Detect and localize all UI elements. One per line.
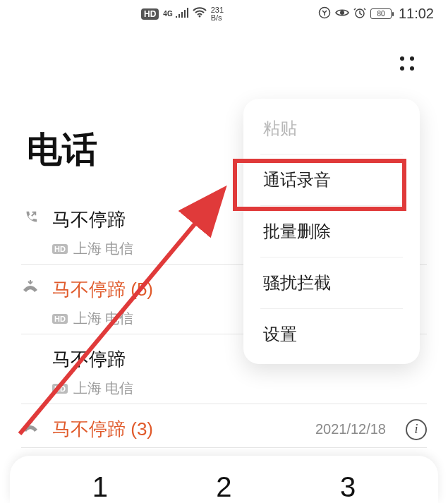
- dial-key-3[interactable]: 3: [316, 471, 380, 503]
- eye-icon: [335, 8, 349, 20]
- signal-icon: [176, 8, 188, 20]
- info-button[interactable]: i: [406, 419, 427, 440]
- net-speed: 231B/s: [211, 6, 224, 22]
- menu-item: 粘贴: [243, 103, 420, 154]
- svg-point-0: [198, 15, 200, 17]
- hd-badge: HD: [141, 8, 159, 20]
- more-menu-button[interactable]: [400, 56, 414, 71]
- battery-icon: 80: [370, 8, 392, 19]
- svg-point-2: [340, 11, 344, 15]
- call-type-icon: [21, 277, 40, 293]
- menu-item[interactable]: 通话录音: [243, 154, 420, 205]
- dialpad: 123: [10, 456, 438, 503]
- call-type-icon: [21, 347, 40, 350]
- menu-item[interactable]: 批量删除: [243, 206, 420, 257]
- network-4g-icon: 4G: [163, 10, 172, 18]
- context-menu: 粘贴通话录音批量删除骚扰拦截设置: [243, 99, 420, 364]
- call-date: 2021/12/18: [315, 421, 386, 437]
- wifi-icon: [193, 7, 207, 21]
- clock-time: 11:02: [399, 6, 434, 22]
- alarm-icon: [353, 6, 366, 22]
- status-bar: HD 4G 231B/s 80 11:02: [0, 0, 448, 28]
- dial-key-1[interactable]: 1: [68, 471, 132, 503]
- call-item[interactable]: 马不停蹄 (3)2021/12/18i: [21, 404, 427, 448]
- call-type-icon: [21, 417, 40, 432]
- call-type-icon: [21, 207, 40, 226]
- sync-icon: [318, 6, 331, 22]
- dial-key-2[interactable]: 2: [192, 471, 255, 503]
- call-name: 马不停蹄 (3): [52, 417, 303, 442]
- call-sub: HD上海 电信: [52, 379, 427, 398]
- menu-item[interactable]: 骚扰拦截: [243, 257, 420, 308]
- menu-item[interactable]: 设置: [243, 309, 420, 360]
